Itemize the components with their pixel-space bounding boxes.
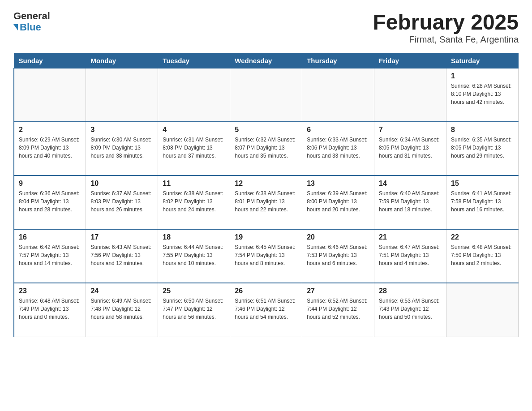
- page-header: General Blue February 2025 Firmat, Santa…: [13, 11, 519, 45]
- day-info: Sunrise: 6:53 AM Sunset: 7:43 PM Dayligh…: [379, 297, 442, 321]
- title-block: February 2025 Firmat, Santa Fe, Argentin…: [373, 11, 519, 45]
- day-number: 15: [451, 180, 514, 188]
- header-wednesday: Wednesday: [230, 53, 302, 68]
- day-cell: 17Sunrise: 6:43 AM Sunset: 7:56 PM Dayli…: [86, 229, 158, 283]
- day-info: Sunrise: 6:47 AM Sunset: 7:51 PM Dayligh…: [379, 243, 442, 267]
- day-cell: 15Sunrise: 6:41 AM Sunset: 7:58 PM Dayli…: [446, 176, 519, 229]
- day-cell: 19Sunrise: 6:45 AM Sunset: 7:54 PM Dayli…: [230, 229, 302, 283]
- day-number: 1: [451, 72, 514, 80]
- day-info: Sunrise: 6:39 AM Sunset: 8:00 PM Dayligh…: [307, 189, 369, 214]
- day-info: Sunrise: 6:45 AM Sunset: 7:54 PM Dayligh…: [235, 243, 297, 267]
- day-cell: 13Sunrise: 6:39 AM Sunset: 8:00 PM Dayli…: [302, 176, 374, 229]
- day-info: Sunrise: 6:29 AM Sunset: 8:09 PM Dayligh…: [19, 136, 81, 160]
- header-friday: Friday: [374, 53, 446, 68]
- day-info: Sunrise: 6:50 AM Sunset: 7:47 PM Dayligh…: [163, 297, 225, 321]
- header-saturday: Saturday: [446, 53, 519, 68]
- day-info: Sunrise: 6:30 AM Sunset: 8:09 PM Dayligh…: [90, 136, 153, 160]
- day-cell: 26Sunrise: 6:51 AM Sunset: 7:46 PM Dayli…: [230, 283, 302, 337]
- day-number: 17: [90, 233, 153, 241]
- day-cell: 1Sunrise: 6:28 AM Sunset: 8:10 PM Daylig…: [446, 68, 519, 122]
- logo-triangle-icon: [13, 24, 18, 30]
- day-info: Sunrise: 6:36 AM Sunset: 8:04 PM Dayligh…: [19, 189, 81, 214]
- day-info: Sunrise: 6:33 AM Sunset: 8:06 PM Dayligh…: [307, 136, 369, 160]
- day-info: Sunrise: 6:52 AM Sunset: 7:44 PM Dayligh…: [307, 297, 369, 321]
- header-tuesday: Tuesday: [158, 53, 230, 68]
- logo: General Blue: [13, 11, 50, 33]
- day-cell: 27Sunrise: 6:52 AM Sunset: 7:44 PM Dayli…: [302, 283, 374, 337]
- day-info: Sunrise: 6:41 AM Sunset: 7:58 PM Dayligh…: [451, 189, 514, 214]
- day-cell: 21Sunrise: 6:47 AM Sunset: 7:51 PM Dayli…: [374, 229, 446, 283]
- day-number: 7: [379, 126, 442, 134]
- day-info: Sunrise: 6:44 AM Sunset: 7:55 PM Dayligh…: [163, 243, 225, 267]
- day-info: Sunrise: 6:32 AM Sunset: 8:07 PM Dayligh…: [235, 136, 297, 160]
- day-number: 6: [307, 126, 369, 134]
- day-cell: 3Sunrise: 6:30 AM Sunset: 8:09 PM Daylig…: [86, 122, 158, 176]
- logo-general-text: General: [13, 11, 50, 21]
- day-cell: 6Sunrise: 6:33 AM Sunset: 8:06 PM Daylig…: [302, 122, 374, 176]
- day-number: 2: [19, 126, 81, 134]
- day-cell: [302, 68, 374, 122]
- day-cell: [446, 283, 519, 337]
- day-number: 11: [163, 180, 225, 188]
- week-row-0: 1Sunrise: 6:28 AM Sunset: 8:10 PM Daylig…: [14, 68, 519, 122]
- day-number: 26: [235, 287, 297, 295]
- day-number: 27: [307, 287, 369, 295]
- day-number: 28: [379, 287, 442, 295]
- day-number: 21: [379, 233, 442, 241]
- day-cell: 5Sunrise: 6:32 AM Sunset: 8:07 PM Daylig…: [230, 122, 302, 176]
- day-info: Sunrise: 6:48 AM Sunset: 7:49 PM Dayligh…: [19, 297, 81, 321]
- days-header-row: SundayMondayTuesdayWednesdayThursdayFrid…: [14, 53, 519, 68]
- header-monday: Monday: [86, 53, 158, 68]
- day-info: Sunrise: 6:37 AM Sunset: 8:03 PM Dayligh…: [90, 189, 153, 214]
- day-info: Sunrise: 6:43 AM Sunset: 7:56 PM Dayligh…: [90, 243, 153, 267]
- day-cell: 12Sunrise: 6:38 AM Sunset: 8:01 PM Dayli…: [230, 176, 302, 229]
- day-number: 16: [19, 233, 81, 241]
- day-cell: 20Sunrise: 6:46 AM Sunset: 7:53 PM Dayli…: [302, 229, 374, 283]
- calendar-subtitle: Firmat, Santa Fe, Argentina: [373, 34, 519, 45]
- day-number: 20: [307, 233, 369, 241]
- day-info: Sunrise: 6:38 AM Sunset: 8:02 PM Dayligh…: [163, 189, 225, 214]
- day-number: 14: [379, 180, 442, 188]
- week-row-1: 2Sunrise: 6:29 AM Sunset: 8:09 PM Daylig…: [14, 122, 519, 176]
- day-info: Sunrise: 6:51 AM Sunset: 7:46 PM Dayligh…: [235, 297, 297, 321]
- day-number: 3: [90, 126, 153, 134]
- day-cell: [14, 68, 86, 122]
- day-cell: 25Sunrise: 6:50 AM Sunset: 7:47 PM Dayli…: [158, 283, 230, 337]
- day-cell: 4Sunrise: 6:31 AM Sunset: 8:08 PM Daylig…: [158, 122, 230, 176]
- day-number: 8: [451, 126, 514, 134]
- day-number: 4: [163, 126, 225, 134]
- day-cell: 23Sunrise: 6:48 AM Sunset: 7:49 PM Dayli…: [14, 283, 86, 337]
- day-info: Sunrise: 6:46 AM Sunset: 7:53 PM Dayligh…: [307, 243, 369, 267]
- day-info: Sunrise: 6:31 AM Sunset: 8:08 PM Dayligh…: [163, 136, 225, 160]
- header-thursday: Thursday: [302, 53, 374, 68]
- day-info: Sunrise: 6:40 AM Sunset: 7:59 PM Dayligh…: [379, 189, 442, 214]
- week-row-3: 16Sunrise: 6:42 AM Sunset: 7:57 PM Dayli…: [14, 229, 519, 283]
- day-info: Sunrise: 6:35 AM Sunset: 8:05 PM Dayligh…: [451, 136, 514, 160]
- day-cell: [158, 68, 230, 122]
- day-cell: 8Sunrise: 6:35 AM Sunset: 8:05 PM Daylig…: [446, 122, 519, 176]
- day-cell: [86, 68, 158, 122]
- day-cell: 2Sunrise: 6:29 AM Sunset: 8:09 PM Daylig…: [14, 122, 86, 176]
- day-cell: 9Sunrise: 6:36 AM Sunset: 8:04 PM Daylig…: [14, 176, 86, 229]
- day-cell: 24Sunrise: 6:49 AM Sunset: 7:48 PM Dayli…: [86, 283, 158, 337]
- day-number: 19: [235, 233, 297, 241]
- day-cell: [374, 68, 446, 122]
- day-info: Sunrise: 6:38 AM Sunset: 8:01 PM Dayligh…: [235, 189, 297, 214]
- day-number: 23: [19, 287, 81, 295]
- day-number: 9: [19, 180, 81, 188]
- day-number: 10: [90, 180, 153, 188]
- day-cell: 18Sunrise: 6:44 AM Sunset: 7:55 PM Dayli…: [158, 229, 230, 283]
- logo-blue-text: Blue: [13, 21, 41, 33]
- day-cell: 28Sunrise: 6:53 AM Sunset: 7:43 PM Dayli…: [374, 283, 446, 337]
- day-number: 13: [307, 180, 369, 188]
- day-number: 18: [163, 233, 225, 241]
- calendar-title: February 2025: [373, 11, 519, 34]
- week-row-4: 23Sunrise: 6:48 AM Sunset: 7:49 PM Dayli…: [14, 283, 519, 337]
- day-cell: 16Sunrise: 6:42 AM Sunset: 7:57 PM Dayli…: [14, 229, 86, 283]
- header-sunday: Sunday: [14, 53, 86, 68]
- day-info: Sunrise: 6:28 AM Sunset: 8:10 PM Dayligh…: [451, 82, 514, 106]
- day-number: 22: [451, 233, 514, 241]
- day-number: 5: [235, 126, 297, 134]
- day-info: Sunrise: 6:42 AM Sunset: 7:57 PM Dayligh…: [19, 243, 81, 267]
- calendar-table: SundayMondayTuesdayWednesdayThursdayFrid…: [13, 53, 519, 337]
